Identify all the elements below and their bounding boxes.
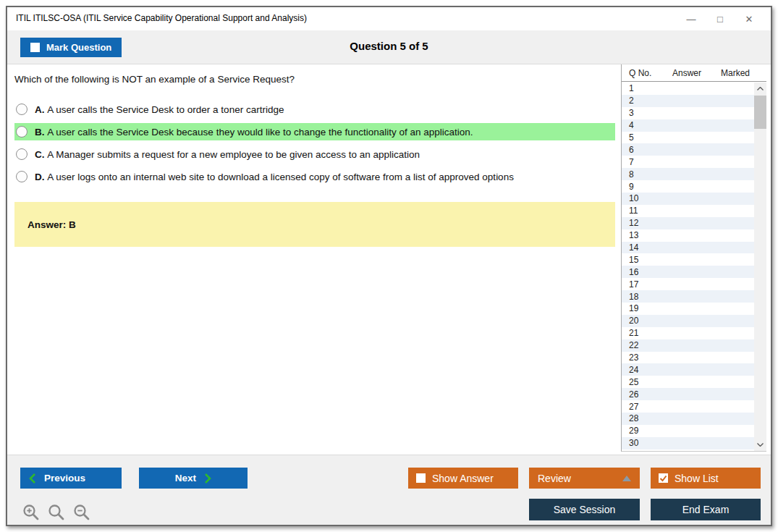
question-counter: Question 5 of 5 xyxy=(7,40,771,52)
options-list: A. A user calls the Service Desk to orde… xyxy=(14,101,615,190)
scroll-down-icon[interactable] xyxy=(754,439,766,451)
answer-box: Answer: B xyxy=(14,202,615,247)
column-header-marked: Marked xyxy=(721,68,750,78)
question-list-row[interactable]: 15 xyxy=(622,253,754,266)
show-list-checkbox-checked-icon[interactable] xyxy=(659,473,668,483)
chevron-left-icon xyxy=(29,473,35,484)
question-list-row[interactable]: 3 xyxy=(622,107,754,119)
show-answer-label: Show Answer xyxy=(432,473,494,484)
next-label: Next xyxy=(175,473,196,484)
footer-bar: Previous Next Show Answer Review Show Li… xyxy=(7,455,771,525)
question-text: Which of the following is NOT an example… xyxy=(14,74,295,85)
question-list-row[interactable]: 16 xyxy=(622,266,754,278)
end-exam-label: End Exam xyxy=(682,504,730,515)
question-list-row[interactable]: 13 xyxy=(622,229,754,242)
question-list-row[interactable]: 2 xyxy=(622,95,754,107)
previous-label: Previous xyxy=(44,473,85,484)
show-answer-checkbox-icon[interactable] xyxy=(416,473,426,483)
minimize-button[interactable]: — xyxy=(677,14,706,25)
question-list-row[interactable]: 29 xyxy=(622,425,754,437)
show-list-label: Show List xyxy=(675,473,719,484)
column-header-qno: Q No. xyxy=(629,68,651,78)
question-list-scrollbar[interactable] xyxy=(754,83,766,451)
question-list-row[interactable]: 22 xyxy=(622,339,754,352)
question-list-row[interactable]: 25 xyxy=(622,376,754,388)
maximize-button[interactable]: □ xyxy=(706,14,735,25)
save-session-label: Save Session xyxy=(554,504,616,515)
option-text: A. A user calls the Service Desk to orde… xyxy=(35,104,284,115)
question-list-row[interactable]: 8 xyxy=(622,168,754,180)
radio-icon[interactable] xyxy=(16,126,28,138)
question-list-row[interactable]: 1 xyxy=(622,83,754,95)
end-exam-button[interactable]: End Exam xyxy=(651,499,761,520)
zoom-reset-icon[interactable] xyxy=(47,503,66,522)
toolbar: Mark Question Question 5 of 5 xyxy=(7,30,771,64)
question-list-row[interactable]: 24 xyxy=(622,363,754,376)
question-list-row[interactable]: 14 xyxy=(622,242,754,254)
question-list-row[interactable]: 21 xyxy=(622,327,754,339)
question-list-row[interactable]: 7 xyxy=(622,156,754,168)
question-list-rows: 1234567891011121314151617181920212223242… xyxy=(622,83,754,451)
zoom-out-icon[interactable] xyxy=(72,503,91,522)
radio-icon[interactable] xyxy=(16,171,28,182)
option-D[interactable]: D. A user logs onto an internal web site… xyxy=(14,168,615,185)
question-list-row[interactable]: 9 xyxy=(622,180,754,193)
question-list-body: 1234567891011121314151617181920212223242… xyxy=(622,83,766,451)
scrollbar-thumb[interactable] xyxy=(754,96,766,129)
question-list-row[interactable]: 6 xyxy=(622,143,754,156)
question-list-row[interactable]: 4 xyxy=(622,119,754,132)
question-list-row[interactable]: 17 xyxy=(622,278,754,290)
option-C[interactable]: C. A Manager submits a request for a new… xyxy=(14,145,615,163)
content-area: Which of the following is NOT an example… xyxy=(7,64,771,455)
close-button[interactable]: ✕ xyxy=(735,14,764,25)
zoom-in-icon[interactable] xyxy=(22,503,41,522)
question-list-row[interactable]: 23 xyxy=(622,352,754,364)
review-label: Review xyxy=(538,473,571,484)
question-list-row[interactable]: 18 xyxy=(622,290,754,303)
title-bar: ITIL ITILSC-OSA (ITIL Service Capability… xyxy=(7,7,771,30)
option-B[interactable]: B. A user calls the Service Desk because… xyxy=(14,123,615,140)
show-list-button[interactable]: Show List xyxy=(651,468,761,489)
next-button[interactable]: Next xyxy=(139,468,248,489)
chevron-right-icon xyxy=(205,473,211,484)
option-A[interactable]: A. A user calls the Service Desk to orde… xyxy=(14,101,615,118)
question-list-row[interactable]: 11 xyxy=(622,205,754,217)
question-list-row[interactable]: 12 xyxy=(622,217,754,229)
option-text: D. A user logs onto an internal web site… xyxy=(35,172,514,182)
triangle-up-icon xyxy=(622,476,631,481)
previous-button[interactable]: Previous xyxy=(20,468,122,489)
question-list-header: Q No. Answer Marked xyxy=(622,64,766,82)
column-header-answer: Answer xyxy=(672,68,701,78)
question-list-row[interactable]: 30 xyxy=(622,437,754,449)
question-list-row[interactable]: 19 xyxy=(622,303,754,315)
question-list-row[interactable]: 5 xyxy=(622,132,754,144)
show-answer-button[interactable]: Show Answer xyxy=(408,468,518,489)
answer-label: Answer: B xyxy=(28,219,76,230)
radio-icon[interactable] xyxy=(16,148,28,160)
review-button[interactable]: Review xyxy=(529,468,640,489)
window-controls: — □ ✕ xyxy=(677,7,764,30)
option-text: C. A Manager submits a request for a new… xyxy=(35,149,420,160)
scroll-up-icon[interactable] xyxy=(754,83,766,95)
window-title: ITIL ITILSC-OSA (ITIL Service Capability… xyxy=(16,13,307,23)
app-window: ITIL ITILSC-OSA (ITIL Service Capability… xyxy=(6,6,772,526)
radio-icon[interactable] xyxy=(16,104,28,115)
option-text: B. A user calls the Service Desk because… xyxy=(35,127,473,138)
question-list-row[interactable]: 10 xyxy=(622,193,754,205)
question-list-row[interactable]: 28 xyxy=(622,413,754,425)
question-list-row[interactable]: 20 xyxy=(622,315,754,327)
question-list-row[interactable]: 26 xyxy=(622,388,754,400)
save-session-button[interactable]: Save Session xyxy=(529,499,640,520)
question-list-row[interactable]: 27 xyxy=(622,400,754,413)
zoom-controls xyxy=(22,503,91,522)
question-list-panel: Q No. Answer Marked 12345678910111213141… xyxy=(621,64,766,452)
